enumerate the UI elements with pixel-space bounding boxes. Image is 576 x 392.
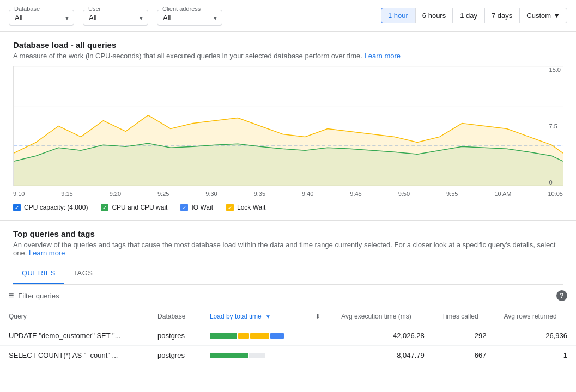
time-btn-1day[interactable]: 1 day <box>453 8 484 23</box>
legend-cpu-capacity-checkbox[interactable]: ✓ <box>13 204 21 211</box>
load-bar-orange-2 <box>250 333 269 339</box>
sort-down-icon: ▼ <box>265 314 271 320</box>
table-row[interactable]: UPDATE "demo_customer" SET "... postgres… <box>0 326 576 346</box>
chart-wrapper: 15.0 7.5 0 9:10 9:15 9:20 9:25 9:30 9:35… <box>13 66 563 197</box>
chevron-down-icon: ▼ <box>553 11 560 20</box>
col-query: Query <box>0 307 149 326</box>
query-database: postgres <box>149 346 201 365</box>
table-toolbar: ≡ Filter queries ? <box>0 285 576 307</box>
client-select[interactable]: All <box>157 10 222 26</box>
load-bar-blue <box>270 333 284 339</box>
legend-cpu-wait-label: CPU and CPU wait <box>112 204 167 211</box>
user-filter: User All <box>83 5 148 26</box>
col-avg-rows: Avg rows returned <box>495 307 576 326</box>
time-btn-custom[interactable]: Custom ▼ <box>519 8 567 23</box>
legend-cpu-capacity-label: CPU capacity: (4.000) <box>24 204 88 211</box>
tab-tags[interactable]: TAGS <box>64 264 101 284</box>
query-times-called: 667 <box>433 346 495 365</box>
legend-lock-wait[interactable]: ✓ Lock Wait <box>226 204 265 211</box>
table-row[interactable]: SELECT COUNT(*) AS "_count" ... postgres… <box>0 346 576 365</box>
queries-learn-more-link[interactable]: Learn more <box>29 249 65 257</box>
query-avg-exec: 8,047.79 <box>332 346 433 365</box>
query-load-spacer <box>306 326 332 346</box>
y-label-bottom: 0 <box>549 179 561 186</box>
col-load[interactable]: Load by total time ▼ <box>201 307 306 326</box>
y-label-top: 15.0 <box>549 66 561 73</box>
query-avg-rows: 26,936 <box>495 326 576 346</box>
time-btn-1hour[interactable]: 1 hour <box>381 8 415 23</box>
load-bar-gray <box>249 353 265 358</box>
query-avg-exec: 42,026.28 <box>332 326 433 346</box>
legend-cpu-wait[interactable]: ✓ CPU and CPU wait <box>101 204 167 211</box>
query-load-bar <box>201 326 306 346</box>
query-text: UPDATE "demo_customer" SET "... <box>0 326 149 346</box>
custom-label: Custom <box>526 11 551 20</box>
col-database: Database <box>149 307 201 326</box>
col-times-called: Times called <box>433 307 495 326</box>
chart-learn-more-link[interactable]: Learn more <box>365 52 401 60</box>
database-select[interactable]: All <box>9 10 74 26</box>
help-icon[interactable]: ? <box>556 290 567 301</box>
chart-legend: ✓ CPU capacity: (4.000) ✓ CPU and CPU wa… <box>13 204 563 211</box>
legend-lock-wait-checkbox[interactable]: ✓ <box>226 204 234 211</box>
legend-io-wait[interactable]: ✓ IO Wait <box>180 204 213 211</box>
filter-lines-icon: ≡ <box>9 291 14 301</box>
queries-table: Query Database Load by total time ▼ ⬇ Av… <box>0 307 576 365</box>
time-btn-6hours[interactable]: 6 hours <box>415 8 453 23</box>
queries-title: Top queries and tags <box>13 229 563 238</box>
filter-bar: Database All User All Client address All… <box>0 0 576 32</box>
client-label: Client address <box>161 5 202 12</box>
load-bar-green <box>210 353 248 358</box>
legend-cpu-wait-checkbox[interactable]: ✓ <box>101 204 108 211</box>
query-database: postgres <box>149 326 201 346</box>
client-filter: Client address All <box>157 5 222 26</box>
chart-container: 15.0 7.5 0 <box>13 66 563 186</box>
tabs: QUERIES TAGS <box>13 264 563 285</box>
chart-section: Database load - all queries A measure of… <box>0 32 576 220</box>
user-select[interactable]: All <box>83 10 148 26</box>
tab-queries[interactable]: QUERIES <box>13 264 64 284</box>
legend-cpu-capacity[interactable]: ✓ CPU capacity: (4.000) <box>13 204 88 211</box>
query-load-bar <box>201 346 306 365</box>
load-bar-container <box>210 333 298 339</box>
legend-lock-wait-label: Lock Wait <box>237 204 265 211</box>
col-avg-exec: Avg execution time (ms) <box>332 307 433 326</box>
legend-io-wait-label: IO Wait <box>191 204 213 211</box>
filter-queries-placeholder: Filter queries <box>18 292 59 300</box>
load-bar-orange-1 <box>238 333 249 339</box>
time-btn-7days[interactable]: 7 days <box>484 8 519 23</box>
load-bar-container <box>210 353 298 358</box>
filter-input-wrapper: ≡ Filter queries <box>9 291 59 301</box>
query-avg-rows: 1 <box>495 346 576 365</box>
database-label: Database <box>13 5 41 12</box>
time-buttons: 1 hour 6 hours 1 day 7 days Custom ▼ <box>381 8 567 23</box>
col-download[interactable]: ⬇ <box>306 307 332 326</box>
table-header-row: Query Database Load by total time ▼ ⬇ Av… <box>0 307 576 326</box>
chart-title: Database load - all queries <box>13 40 563 50</box>
y-label-mid: 7.5 <box>549 123 561 130</box>
query-text: SELECT COUNT(*) AS "_count" ... <box>0 346 149 365</box>
x-labels: 9:10 9:15 9:20 9:25 9:30 9:35 9:40 9:45 … <box>13 188 563 197</box>
download-icon: ⬇ <box>315 313 320 320</box>
load-bar-green <box>210 333 237 339</box>
legend-io-wait-checkbox[interactable]: ✓ <box>180 204 188 211</box>
queries-section: Top queries and tags An overview of the … <box>0 220 576 285</box>
queries-description: An overview of the queries and tags that… <box>13 241 563 257</box>
query-times-called: 292 <box>433 326 495 346</box>
chart-description: A measure of the work (in CPU-seconds) t… <box>13 52 563 60</box>
chart-svg <box>14 66 563 186</box>
query-load-spacer <box>306 346 332 365</box>
user-label: User <box>87 5 102 12</box>
database-filter: Database All <box>9 5 74 26</box>
y-labels: 15.0 7.5 0 <box>547 66 563 186</box>
